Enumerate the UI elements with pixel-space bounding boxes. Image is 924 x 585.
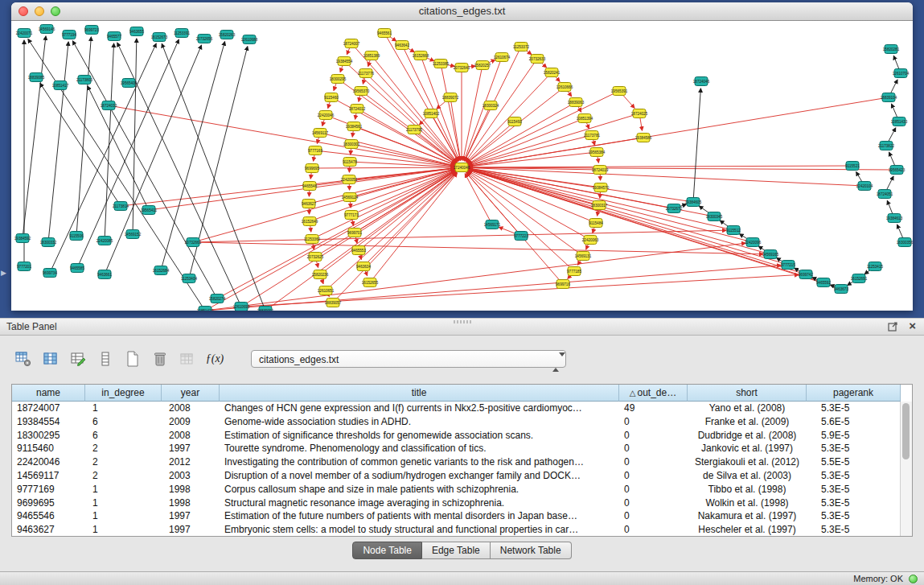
table-row[interactable]: 1938455462009Genome-wide association stu… [12,415,912,429]
graph-node[interactable]: 9465553 [351,246,366,255]
show-columns-icon[interactable] [39,347,63,371]
graph-node[interactable]: 9465546 [302,182,317,191]
graph-node[interactable]: 21173803 [76,76,93,84]
graph-node[interactable]: 9777201 [17,262,31,271]
graph-node[interactable]: 19565423 [889,166,906,175]
graph-node[interactable]: 9777223 [514,232,528,241]
graph-node[interactable]: 22420051 [341,175,358,184]
graph-node[interactable]: 22420063 [582,236,599,245]
graph-node[interactable]: 16152668 [413,51,429,60]
graph-node[interactable]: 9463661 [97,270,112,279]
column-header-title[interactable]: title [220,385,619,402]
column-settings-icon[interactable] [11,347,35,371]
graph-node[interactable]: 16152649 [302,217,318,226]
graph-node[interactable]: 9699734 [43,269,57,278]
new-document-icon[interactable] [121,347,145,371]
graph-node[interactable]: 9699723 [84,26,99,35]
graph-node[interactable]: 9115521 [845,162,860,171]
graph-node[interactable]: 21173776 [358,69,375,78]
close-panel-icon[interactable]: × [909,319,916,332]
graph-node[interactable]: 21173814 [113,202,129,211]
graph-node[interactable]: 19565411 [141,206,158,215]
graph-node[interactable]: 18300324 [483,101,499,110]
graph-node[interactable]: 9699742 [799,270,813,279]
graph-node[interactable]: 18724046 [693,77,710,86]
window-titlebar[interactable]: citations_edges.txt [11,2,913,21]
graph-node[interactable]: 18839091 [257,307,274,311]
graph-node[interactable]: 18724007 [343,39,360,48]
graph-node[interactable]: 9777215 [781,261,795,270]
column-header-in_degree[interactable]: in_degree [85,385,162,402]
delete-icon[interactable] [148,347,172,371]
graph-node[interactable]: 10851389 [363,51,380,60]
graph-node[interactable]: 18839085 [28,73,45,82]
graph-node[interactable]: 9465561 [377,29,392,38]
graph-node[interactable]: 18300317 [591,201,608,210]
graph-node[interactable]: 15820241 [544,68,561,77]
graph-node[interactable]: 18300295 [330,75,347,84]
table-row[interactable]: 1456911722003Disruption of a novel membe… [12,469,912,483]
table-row[interactable]: 1830029562008Estimation of significance … [12,429,912,443]
graph-node[interactable]: 19565406 [121,79,138,88]
graph-node[interactable]: 12610651 [318,286,335,295]
graph-node[interactable]: 19384561 [346,122,363,131]
graph-node[interactable]: 9463673 [834,285,848,294]
graph-node[interactable]: 9115484 [589,219,603,228]
graph-node[interactable]: 20732656 [196,35,213,43]
memory-ok-indicator[interactable] [909,575,918,583]
graph-node[interactable]: 22420046 [318,111,335,120]
graph-node[interactable]: 9463634 [356,262,371,271]
graph-node[interactable]: 18724012 [349,105,366,113]
graph-node[interactable]: 12610704 [893,69,910,78]
table-row[interactable]: 2242004622012Investigating the contribut… [12,455,912,469]
graph-node[interactable]: 9699716 [556,280,570,289]
table-row[interactable]: 911546021997Tourette syndrome. Phenomeno… [12,442,912,455]
tab-network-table[interactable]: Network Table [491,542,572,559]
table-row[interactable]: 946362711997Embryonic stem cells: a mode… [12,523,912,537]
graph-node[interactable]: 20732672 [666,204,683,213]
column-header-year[interactable]: year [162,385,220,402]
graph-node[interactable]: 19565370 [353,87,370,96]
graph-node[interactable]: 14569146 [39,25,55,34]
graph-node[interactable]: 9463655 [129,27,144,36]
graph-node[interactable]: 10851422 [197,307,214,311]
graph-node[interactable]: 22420085 [97,237,113,245]
graph-node[interactable]: 11253372 [513,43,530,51]
graph-node[interactable]: 19565391 [611,87,628,96]
graph-node[interactable]: 18724033 [101,101,117,110]
graph-node[interactable]: 14569124 [342,193,359,202]
graph-node[interactable]: 9115478 [343,158,357,167]
graph-node[interactable]: 19384592 [14,234,31,243]
graph-node[interactable]: 9777173 [344,211,359,220]
float-panel-icon[interactable] [888,321,898,332]
graph-node[interactable]: 9777169 [308,146,322,155]
graph-node[interactable]: 18300301 [343,140,360,149]
graph-node[interactable]: 16152684 [153,266,170,275]
scrollbar-thumb[interactable] [902,403,910,459]
graph-node[interactable]: 9115506 [69,232,84,241]
graph-node[interactable]: 9465585 [70,264,84,273]
graph-node[interactable]: 14569117 [312,129,329,138]
graph-node[interactable]: 11253360 [304,235,321,244]
graph-node[interactable]: 21173781 [584,131,601,140]
graph-node[interactable]: 15820236 [312,270,329,279]
graph-node[interactable]: 18839104 [881,93,897,102]
graph-node[interactable]: 10851402 [423,109,440,118]
citation-network-graph[interactable]: 1724004618724007193845541830029591154602… [11,21,913,311]
graph-node[interactable]: 12610674 [494,53,511,62]
graph-node[interactable]: 20732633 [529,55,546,64]
table-row[interactable]: 977716911998Corpus callosum shape and si… [12,483,912,496]
vertical-scrollbar[interactable] [900,402,912,536]
network-canvas[interactable]: 1724004618724007193845541830029591154602… [11,21,913,311]
graph-node[interactable]: 16152691 [851,274,868,283]
graph-node[interactable]: 14569165 [762,250,779,259]
graph-node[interactable]: 15820281 [883,45,900,54]
graph-node[interactable]: 21173795 [406,126,423,134]
graph-node[interactable]: 14569152 [125,230,142,239]
graph-node[interactable]: 11253391 [174,29,191,38]
graph-node[interactable]: 10851417 [52,81,69,90]
graph-node[interactable]: 18300332 [40,238,57,247]
network-select-dropdown[interactable]: citations_edges.txt [251,350,566,368]
graph-node[interactable]: 22420096 [745,238,762,247]
table-edit-icon[interactable] [66,347,90,371]
